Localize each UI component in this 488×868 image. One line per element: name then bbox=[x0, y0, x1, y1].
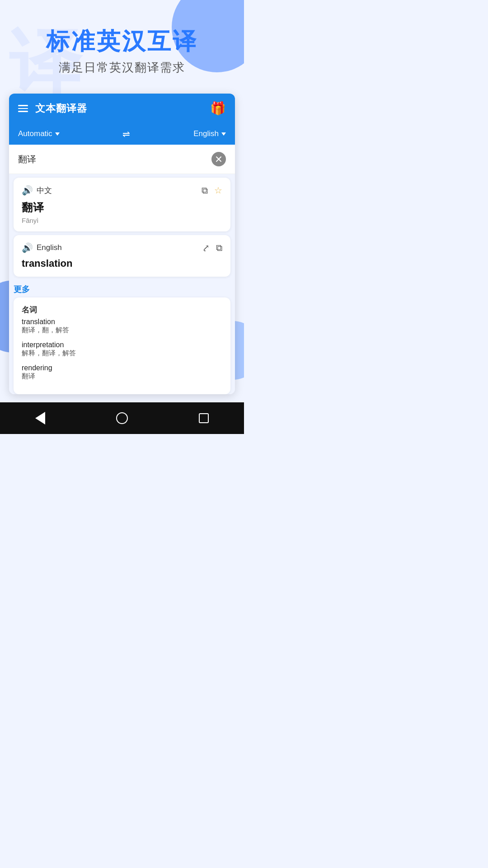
source-lang-arrow-icon bbox=[55, 132, 60, 136]
nav-back-icon bbox=[35, 412, 45, 425]
hamburger-line-3 bbox=[18, 111, 28, 112]
english-card-actions: ⤤ ⧉ bbox=[202, 242, 222, 253]
chinese-star-icon[interactable]: ☆ bbox=[214, 185, 222, 196]
more-section: 更多 名词 translation 翻译，翻，解答 interpretation… bbox=[14, 280, 230, 394]
english-translation-text: translation bbox=[22, 258, 222, 269]
source-lang-label: Automatic bbox=[18, 129, 52, 138]
lang-bar: Automatic ⇌ English bbox=[9, 123, 235, 145]
more-label: 更多 bbox=[14, 280, 230, 297]
more-item-1: interpretation 解释，翻译，解答 bbox=[22, 341, 222, 358]
chinese-sound-icon[interactable]: 🔊 bbox=[22, 185, 33, 196]
input-text[interactable]: 翻译 bbox=[18, 153, 211, 165]
page-subtitle: 满足日常英汉翻译需求 bbox=[18, 60, 226, 75]
more-item-0-word: translation bbox=[22, 318, 222, 326]
chinese-card-actions: ⧉ ☆ bbox=[202, 185, 222, 196]
english-sound-icon[interactable]: 🔊 bbox=[22, 242, 33, 253]
bottom-nav bbox=[0, 402, 244, 434]
more-item-1-word: interpretation bbox=[22, 341, 222, 349]
more-item-0-meaning: 翻译，翻，解答 bbox=[22, 326, 222, 335]
target-lang-arrow-icon bbox=[221, 132, 226, 136]
nav-recents-button[interactable] bbox=[199, 413, 209, 423]
chinese-result-header-left: 🔊 中文 bbox=[22, 185, 52, 196]
gift-icon[interactable]: 🎁 bbox=[210, 101, 226, 116]
target-lang-label: English bbox=[193, 129, 219, 138]
hamburger-line-2 bbox=[18, 108, 28, 109]
hamburger-line-1 bbox=[18, 105, 28, 106]
english-open-icon[interactable]: ⤤ bbox=[202, 242, 210, 253]
target-lang-button[interactable]: English bbox=[193, 129, 226, 138]
chinese-main-text: 翻译 bbox=[22, 200, 222, 215]
swap-icon[interactable]: ⇌ bbox=[122, 128, 130, 139]
input-card: 翻译 bbox=[9, 145, 235, 174]
more-item-0: translation 翻译，翻，解答 bbox=[22, 318, 222, 335]
english-copy-icon[interactable]: ⧉ bbox=[216, 243, 222, 253]
source-lang-button[interactable]: Automatic bbox=[18, 129, 60, 138]
english-result-header: 🔊 English ⤤ ⧉ bbox=[22, 242, 222, 253]
more-pos: 名词 bbox=[22, 305, 222, 315]
english-result-header-left: 🔊 English bbox=[22, 242, 62, 253]
more-card: 名词 translation 翻译，翻，解答 interpretation 解释… bbox=[14, 297, 230, 394]
nav-back-button[interactable] bbox=[35, 412, 45, 425]
page-title: 标准英汉互译 bbox=[18, 27, 226, 55]
app-header: 文本翻译器 🎁 bbox=[9, 94, 235, 123]
chinese-pinyin: Fānyì bbox=[22, 217, 222, 224]
app-container: 文本翻译器 🎁 Automatic ⇌ English 翻译 🔊 中文 bbox=[9, 94, 235, 394]
menu-icon[interactable] bbox=[18, 105, 28, 112]
chinese-result-card: 🔊 中文 ⧉ ☆ 翻译 Fānyì bbox=[14, 178, 230, 231]
header-section: 标准英汉互译 满足日常英汉翻译需求 bbox=[0, 0, 244, 89]
nav-home-button[interactable] bbox=[116, 412, 128, 424]
chinese-lang-label: 中文 bbox=[37, 185, 52, 196]
app-title: 文本翻译器 bbox=[35, 102, 87, 115]
nav-recents-icon bbox=[199, 413, 209, 423]
more-item-2: rendering 翻译 bbox=[22, 364, 222, 381]
clear-button[interactable] bbox=[211, 152, 226, 166]
more-item-2-word: rendering bbox=[22, 364, 222, 372]
english-result-card: 🔊 English ⤤ ⧉ translation bbox=[14, 235, 230, 277]
chinese-copy-icon[interactable]: ⧉ bbox=[202, 185, 208, 196]
english-lang-label: English bbox=[37, 243, 62, 252]
app-header-left: 文本翻译器 bbox=[18, 102, 87, 115]
more-item-2-meaning: 翻译 bbox=[22, 372, 222, 381]
more-item-1-meaning: 解释，翻译，解答 bbox=[22, 349, 222, 358]
main-content: 翻译 🔊 中文 ⧉ ☆ 翻译 Fānyì 🔊 bbox=[9, 145, 235, 394]
chinese-result-header: 🔊 中文 ⧉ ☆ bbox=[22, 185, 222, 196]
nav-home-icon bbox=[116, 412, 128, 424]
